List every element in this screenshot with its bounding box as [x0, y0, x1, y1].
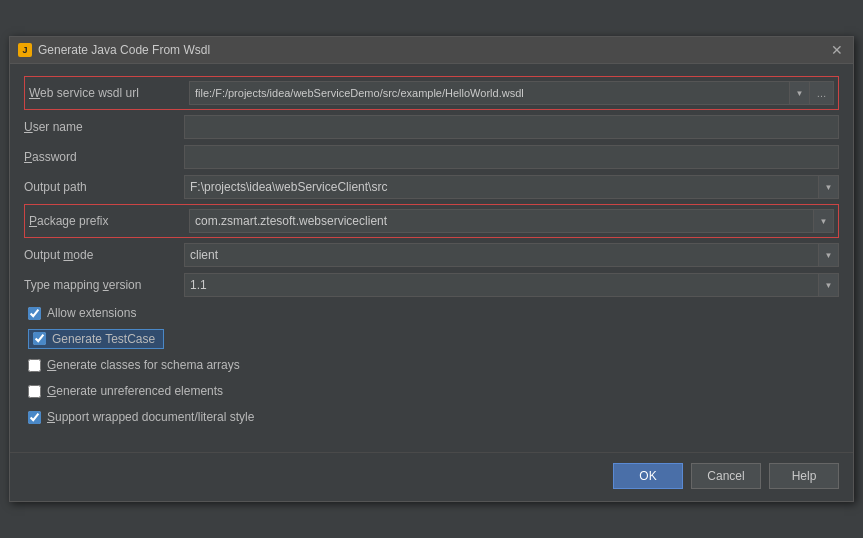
- allow-extensions-label[interactable]: Allow extensions: [47, 306, 136, 320]
- password-label: Password: [24, 150, 184, 164]
- package-prefix-row: Package prefix ▼: [24, 204, 839, 238]
- generate-unreferenced-row: Generate unreferenced elements: [24, 380, 839, 402]
- title-bar-left: J Generate Java Code From Wsdl: [18, 43, 210, 57]
- password-input-wrap: [184, 145, 839, 169]
- generate-unreferenced-checkbox[interactable]: [28, 385, 41, 398]
- output-mode-row: Output mode ▼: [24, 242, 839, 268]
- output-mode-dropdown-button[interactable]: ▼: [819, 243, 839, 267]
- allow-extensions-checkbox[interactable]: [28, 307, 41, 320]
- dropdown-arrow-icon: ▼: [796, 89, 804, 98]
- allow-extensions-row: Allow extensions: [24, 302, 839, 324]
- type-mapping-input-group: ▼: [184, 273, 839, 297]
- generate-testcase-highlight: Generate TestCase: [28, 329, 164, 349]
- generate-testcase-row: Generate TestCase: [24, 328, 839, 350]
- type-mapping-input[interactable]: [184, 273, 819, 297]
- generate-testcase-label[interactable]: Generate TestCase: [52, 332, 155, 346]
- package-prefix-dropdown-button[interactable]: ▼: [814, 209, 834, 233]
- generate-unreferenced-label[interactable]: Generate unreferenced elements: [47, 384, 223, 398]
- output-path-input-group: ▼: [184, 175, 839, 199]
- wsdl-url-label: Web service wsdl url: [29, 86, 189, 100]
- output-path-row: Output path ▼: [24, 174, 839, 200]
- close-button[interactable]: ✕: [829, 42, 845, 58]
- wsdl-url-row: Web service wsdl url ▼ …: [24, 76, 839, 110]
- package-prefix-label: Package prefix: [29, 214, 189, 228]
- wsdl-url-browse-button[interactable]: …: [810, 81, 834, 105]
- package-prefix-input-group: ▼: [189, 209, 834, 233]
- dropdown-arrow-icon: ▼: [820, 217, 828, 226]
- password-row: Password: [24, 144, 839, 170]
- username-row: User name: [24, 114, 839, 140]
- support-wrapped-label[interactable]: Support wrapped document/literal style: [47, 410, 254, 424]
- type-mapping-row: Type mapping version ▼: [24, 272, 839, 298]
- username-input[interactable]: [184, 115, 839, 139]
- app-icon: J: [18, 43, 32, 57]
- wsdl-url-input-group: ▼ …: [189, 81, 834, 105]
- generate-testcase-checkbox[interactable]: [33, 332, 46, 345]
- dialog-footer: OK Cancel Help: [10, 452, 853, 501]
- password-input[interactable]: [184, 145, 839, 169]
- support-wrapped-row: Support wrapped document/literal style: [24, 406, 839, 428]
- package-prefix-input[interactable]: [189, 209, 814, 233]
- username-label: User name: [24, 120, 184, 134]
- type-mapping-label: Type mapping version: [24, 278, 184, 292]
- support-wrapped-checkbox[interactable]: [28, 411, 41, 424]
- wsdl-url-dropdown-button[interactable]: ▼: [790, 81, 810, 105]
- username-input-wrap: [184, 115, 839, 139]
- generate-classes-checkbox[interactable]: [28, 359, 41, 372]
- dialog-container: J Generate Java Code From Wsdl ✕ Web ser…: [9, 36, 854, 502]
- dialog-title: Generate Java Code From Wsdl: [38, 43, 210, 57]
- generate-classes-row: Generate classes for schema arrays: [24, 354, 839, 376]
- title-bar: J Generate Java Code From Wsdl ✕: [10, 37, 853, 64]
- wsdl-url-input[interactable]: [189, 81, 790, 105]
- output-path-dropdown-button[interactable]: ▼: [819, 175, 839, 199]
- output-mode-input[interactable]: [184, 243, 819, 267]
- output-mode-label: Output mode: [24, 248, 184, 262]
- dropdown-arrow-icon: ▼: [825, 281, 833, 290]
- generate-classes-label[interactable]: Generate classes for schema arrays: [47, 358, 240, 372]
- cancel-button[interactable]: Cancel: [691, 463, 761, 489]
- dialog-body: Web service wsdl url ▼ … User name: [10, 64, 853, 444]
- ok-button[interactable]: OK: [613, 463, 683, 489]
- type-mapping-dropdown-button[interactable]: ▼: [819, 273, 839, 297]
- output-path-input[interactable]: [184, 175, 819, 199]
- browse-icon: …: [817, 88, 827, 99]
- output-path-label: Output path: [24, 180, 184, 194]
- dropdown-arrow-icon: ▼: [825, 251, 833, 260]
- dropdown-arrow-icon: ▼: [825, 183, 833, 192]
- output-mode-input-group: ▼: [184, 243, 839, 267]
- help-button[interactable]: Help: [769, 463, 839, 489]
